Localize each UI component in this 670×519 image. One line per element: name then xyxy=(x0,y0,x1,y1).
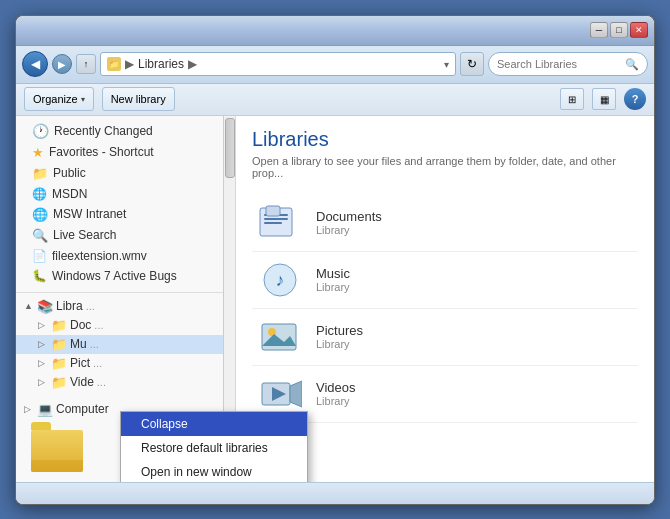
library-item-documents[interactable]: Documents Library xyxy=(252,195,638,252)
sidebar-item-fileext[interactable]: 📄 fileextension.wmv xyxy=(16,246,223,266)
sidebar-item-public[interactable]: 📁 Public xyxy=(16,163,223,184)
address-separator: ▶ xyxy=(125,57,134,71)
folder-icon: 📁 xyxy=(32,166,48,181)
folder-stripe xyxy=(31,460,83,472)
tree-pic-expand: ▷ xyxy=(38,358,48,368)
view-button[interactable]: ⊞ xyxy=(560,88,584,110)
sidebar-items: 🕐 Recently Changed ★ Favorites - Shortcu… xyxy=(16,116,223,423)
refresh-button[interactable]: ↻ xyxy=(460,52,484,76)
context-menu: Collapse Restore default libraries Open … xyxy=(120,411,308,482)
pictures-library-icon xyxy=(256,317,304,357)
tree-computer-expand: ▷ xyxy=(24,404,34,414)
library-item-music[interactable]: ♪ Music Library xyxy=(252,252,638,309)
content-subtitle: Open a library to see your files and arr… xyxy=(252,155,638,179)
new-library-button[interactable]: New library xyxy=(102,87,175,111)
videos-library-icon xyxy=(256,374,304,414)
documents-library-icon xyxy=(256,203,304,243)
bottom-folder xyxy=(31,430,83,472)
search-icon: 🔍 xyxy=(625,58,639,71)
videos-library-info: Videos Library xyxy=(316,380,356,407)
videos-name: Videos xyxy=(316,380,356,395)
context-menu-open-new-window[interactable]: Open in new window xyxy=(121,460,307,482)
tree-videos-label: Vide xyxy=(70,375,94,389)
tree-expand-icon: ▲ xyxy=(24,301,34,311)
videos-type: Library xyxy=(316,395,356,407)
music-library-icon: ♪ xyxy=(256,260,304,300)
pictures-library-info: Pictures Library xyxy=(316,323,363,350)
tree-documents-label: Doc xyxy=(70,318,91,332)
documents-name: Documents xyxy=(316,209,382,224)
search-item-icon: 🔍 xyxy=(32,228,48,243)
tree-item-documents[interactable]: ▷ 📁 Doc... xyxy=(16,316,223,335)
library-item-pictures[interactable]: Pictures Library xyxy=(252,309,638,366)
close-button[interactable]: ✕ xyxy=(630,22,648,38)
tree-pictures-label: Pict xyxy=(70,356,90,370)
sidebar-item-msw[interactable]: 🌐 MSW Intranet xyxy=(16,204,223,225)
music-name: Music xyxy=(316,266,350,281)
music-folder-icon: 📁 xyxy=(51,337,67,352)
sidebar-item-favorites[interactable]: ★ Favorites - Shortcut xyxy=(16,142,223,163)
search-box[interactable]: 🔍 xyxy=(488,52,648,76)
libraries-folder-icon: 📚 xyxy=(37,299,53,314)
context-menu-collapse[interactable]: Collapse xyxy=(121,412,307,436)
tree-item-pictures[interactable]: ▷ 📁 Pict... xyxy=(16,354,223,373)
toolbar: Organize ▾ New library ⊞ ▦ ? xyxy=(16,84,654,116)
svg-marker-11 xyxy=(290,381,302,407)
file-icon: 📄 xyxy=(32,249,47,263)
tree-libraries-label: Libra xyxy=(56,299,83,313)
star-icon: ★ xyxy=(32,145,44,160)
svg-rect-4 xyxy=(266,206,280,216)
tree-doc-expand: ▷ xyxy=(38,320,48,330)
pane-button[interactable]: ▦ xyxy=(592,88,616,110)
msdn-icon: 🌐 xyxy=(32,187,47,201)
music-type: Library xyxy=(316,281,350,293)
tree-music-expand: ▷ xyxy=(38,339,48,349)
organize-button[interactable]: Organize ▾ xyxy=(24,87,94,111)
sidebar-item-live-search[interactable]: 🔍 Live Search xyxy=(16,225,223,246)
content-title: Libraries xyxy=(252,128,638,151)
main-content: 🕐 Recently Changed ★ Favorites - Shortcu… xyxy=(16,116,654,482)
sidebar-scroll-thumb[interactable] xyxy=(225,118,235,178)
context-menu-restore[interactable]: Restore default libraries xyxy=(121,436,307,460)
sidebar-item-recently-changed[interactable]: 🕐 Recently Changed xyxy=(16,120,223,142)
sidebar-item-bugs[interactable]: 🐛 Windows 7 Active Bugs xyxy=(16,266,223,286)
svg-rect-7 xyxy=(262,324,296,350)
address-separator2: ▶ xyxy=(188,57,197,71)
computer-icon: 💻 xyxy=(37,402,53,417)
svg-rect-3 xyxy=(264,222,282,224)
tree-item-videos[interactable]: ▷ 📁 Vide... xyxy=(16,373,223,392)
forward-button[interactable]: ▶ xyxy=(52,54,72,74)
tree-computer-label: Computer xyxy=(56,402,109,416)
help-button[interactable]: ? xyxy=(624,88,646,110)
sidebar-tree-section: ▲ 📚 Libra... ▷ 📁 Doc... ▷ 📁 Mu... xyxy=(16,292,223,419)
videos-folder-icon: 📁 xyxy=(51,375,67,390)
tree-item-libraries[interactable]: ▲ 📚 Libra... xyxy=(16,297,223,316)
address-bar[interactable]: 📁 ▶ Libraries ▶ ▾ xyxy=(100,52,456,76)
recent-icon: 🕐 xyxy=(32,123,49,139)
globe-icon: 🌐 xyxy=(32,207,48,222)
documents-folder-icon: 📁 xyxy=(51,318,67,333)
library-item-videos[interactable]: Videos Library xyxy=(252,366,638,423)
back-button[interactable]: ◀ xyxy=(22,51,48,77)
pictures-name: Pictures xyxy=(316,323,363,338)
minimize-button[interactable]: ─ xyxy=(590,22,608,38)
documents-library-info: Documents Library xyxy=(316,209,382,236)
pictures-type: Library xyxy=(316,338,363,350)
address-path: Libraries xyxy=(138,57,184,71)
svg-rect-2 xyxy=(264,218,288,220)
tree-vid-expand: ▷ xyxy=(38,377,48,387)
sidebar-item-msdn[interactable]: 🌐 MSDN xyxy=(16,184,223,204)
explorer-window: ─ □ ✕ ◀ ▶ ↑ 📁 ▶ Libraries ▶ ▾ ↻ 🔍 Organi… xyxy=(15,15,655,505)
organize-dropdown-icon: ▾ xyxy=(81,95,85,104)
documents-type: Library xyxy=(316,224,382,236)
tree-music-label: Mu xyxy=(70,337,87,351)
tree-item-music[interactable]: ▷ 📁 Mu... xyxy=(16,335,223,354)
address-dropdown-arrow[interactable]: ▾ xyxy=(444,59,449,70)
bug-icon: 🐛 xyxy=(32,269,47,283)
pictures-folder-icon: 📁 xyxy=(51,356,67,371)
up-button[interactable]: ↑ xyxy=(76,54,96,74)
address-folder-icon: 📁 xyxy=(107,57,121,71)
search-input[interactable] xyxy=(497,58,621,70)
svg-text:♪: ♪ xyxy=(276,270,285,290)
maximize-button[interactable]: □ xyxy=(610,22,628,38)
